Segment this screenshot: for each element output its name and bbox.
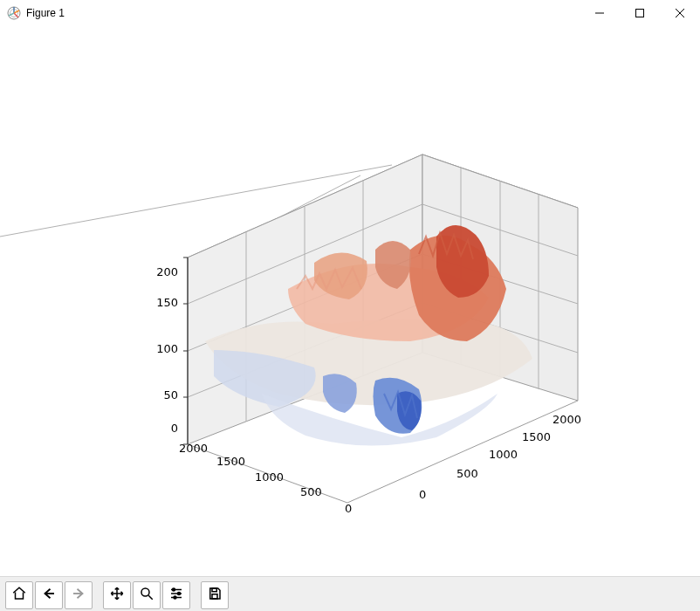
svg-rect-46	[212, 588, 216, 592]
window-title: Figure 1	[26, 7, 65, 19]
back-button[interactable]	[35, 581, 63, 609]
configure-subplots-button[interactable]	[162, 581, 190, 609]
forward-button[interactable]	[65, 581, 93, 609]
x-tick-0: 0	[345, 502, 352, 515]
home-button[interactable]	[5, 581, 33, 609]
svg-point-43	[173, 588, 175, 591]
x-tick-2000: 2000	[179, 442, 208, 455]
z-tick-0: 0	[166, 422, 178, 435]
save-icon	[207, 586, 223, 605]
window-titlebar: Figure 1	[0, 0, 700, 27]
y-tick-1500: 1500	[522, 430, 551, 443]
z-tick-100: 100	[150, 342, 178, 355]
svg-point-45	[174, 596, 176, 599]
y-tick-1000: 1000	[489, 448, 518, 461]
save-button[interactable]	[201, 581, 229, 609]
svg-rect-47	[212, 594, 217, 598]
y-tick-500: 500	[456, 467, 478, 480]
figure-canvas-area[interactable]: 0 50 100 150 200 0 500 1000 1500 2000 0 …	[0, 27, 700, 576]
surface3d-plot	[0, 27, 700, 576]
svg-point-44	[178, 592, 181, 594]
y-tick-2000: 2000	[552, 413, 581, 426]
z-tick-150: 150	[150, 296, 178, 309]
home-icon	[11, 586, 27, 605]
z-tick-200: 200	[150, 265, 178, 278]
x-tick-500: 500	[300, 485, 322, 498]
nav-toolbar	[0, 576, 700, 611]
arrow-left-icon	[41, 586, 57, 605]
x-tick-1000: 1000	[255, 470, 284, 484]
pan-button[interactable]	[103, 581, 131, 609]
svg-line-39	[148, 595, 153, 600]
svg-rect-2	[636, 10, 644, 17]
zoom-button[interactable]	[133, 581, 161, 609]
matplotlib-icon	[7, 6, 21, 20]
svg-point-38	[141, 588, 149, 596]
sliders-icon	[168, 586, 184, 605]
maximize-button[interactable]	[620, 0, 660, 26]
move-icon	[109, 586, 125, 605]
z-tick-50: 50	[157, 388, 178, 402]
zoom-icon	[139, 586, 154, 605]
x-tick-1500: 1500	[216, 455, 245, 468]
y-tick-0: 0	[419, 488, 426, 501]
minimize-button[interactable]	[580, 0, 620, 26]
close-button[interactable]	[660, 0, 700, 26]
arrow-right-icon	[71, 586, 86, 605]
